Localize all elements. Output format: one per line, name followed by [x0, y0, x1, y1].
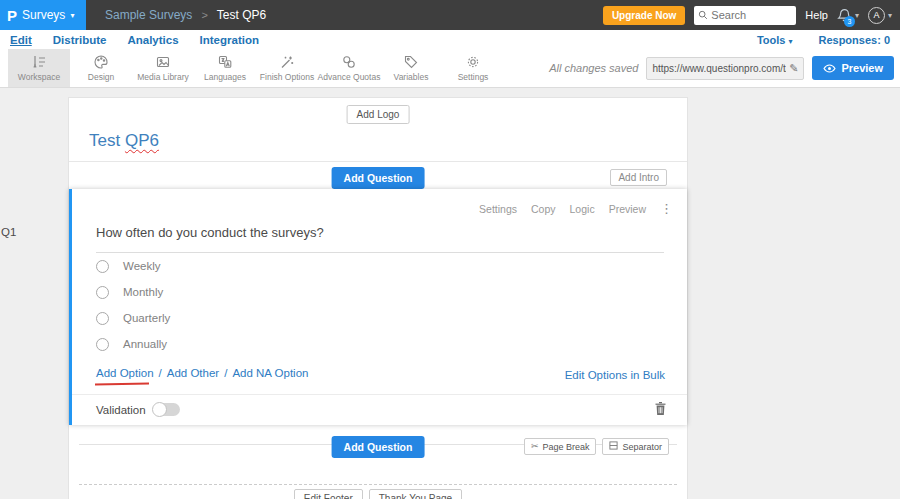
- preview-button[interactable]: Preview: [812, 56, 894, 80]
- validation-label: Validation: [96, 404, 146, 416]
- option-row: Monthly: [96, 279, 170, 305]
- workspace-toolbar: Workspace Design Media Library Languages…: [0, 49, 900, 88]
- caret-down-icon: ▾: [855, 11, 859, 20]
- edit-footer-button[interactable]: Edit Footer: [294, 489, 363, 499]
- question-settings-link[interactable]: Settings: [479, 203, 517, 215]
- question-block: Settings Copy Logic Preview ⋮ How often …: [69, 189, 687, 425]
- add-option-link[interactable]: Add Option: [96, 367, 154, 379]
- chain-links-icon: [341, 54, 357, 70]
- survey-nav: Edit Distribute Analytics Integration To…: [0, 30, 900, 49]
- breadcrumb-separator: >: [201, 9, 207, 21]
- gear-icon: [465, 54, 481, 70]
- link-separator: /: [159, 367, 162, 379]
- help-link[interactable]: Help: [805, 9, 828, 21]
- surveys-product-menu[interactable]: P Surveys ▾: [0, 0, 86, 30]
- image-icon: [155, 54, 171, 70]
- question-preview-link[interactable]: Preview: [609, 203, 646, 215]
- question-footer-divider: [72, 394, 687, 395]
- search-input[interactable]: [711, 9, 792, 21]
- add-question-button-bottom[interactable]: Add Question: [332, 436, 425, 458]
- toolbar-tab-variables[interactable]: Variables: [380, 49, 442, 87]
- header-divider: [69, 161, 687, 162]
- validation-toggle[interactable]: [153, 403, 180, 416]
- radio-button[interactable]: [96, 260, 109, 273]
- add-logo-button[interactable]: Add Logo: [347, 105, 410, 124]
- translate-icon: [217, 54, 233, 70]
- edit-url-icon[interactable]: ✎: [789, 62, 798, 75]
- nav-right: Tools ▾ Responses: 0: [757, 34, 890, 46]
- notification-badge: 3: [844, 16, 855, 27]
- break-separator-buttons: ✂ Page Break Separator: [524, 438, 669, 455]
- toolbar-tab-languages[interactable]: Languages: [194, 49, 256, 87]
- spellcheck-word: QP6: [125, 131, 159, 150]
- breadcrumb-sample-surveys[interactable]: Sample Surveys: [105, 8, 192, 22]
- separator-button[interactable]: Separator: [602, 438, 669, 455]
- responses-count[interactable]: Responses: 0: [818, 34, 890, 46]
- kebab-menu-icon[interactable]: ⋮: [660, 202, 673, 215]
- survey-footer-row: Edit Footer Thank You Page: [69, 489, 687, 499]
- notifications-menu[interactable]: 3 ▾: [837, 8, 859, 23]
- answer-options: Weekly Monthly Quarterly Annually: [96, 253, 170, 357]
- upgrade-now-button[interactable]: Upgrade Now: [603, 6, 685, 25]
- questionpro-logo: P: [7, 8, 17, 23]
- question-copy-link[interactable]: Copy: [531, 203, 556, 215]
- search-icon: [698, 10, 708, 20]
- validation-row: Validation: [96, 403, 180, 416]
- add-option-links: Add Option / Add Other / Add NA Option: [96, 367, 308, 379]
- radio-button[interactable]: [96, 286, 109, 299]
- caret-down-icon: ▾: [788, 37, 792, 46]
- link-separator: /: [224, 367, 227, 379]
- add-other-link[interactable]: Add Other: [167, 367, 219, 379]
- survey-title[interactable]: Test QP6: [89, 131, 159, 151]
- survey-url-input[interactable]: [652, 63, 786, 74]
- thank-you-page-button[interactable]: Thank You Page: [369, 489, 462, 499]
- add-intro-button[interactable]: Add Intro: [610, 169, 667, 186]
- option-row: Quarterly: [96, 305, 170, 331]
- option-row: Weekly: [96, 253, 170, 279]
- option-label[interactable]: Quarterly: [123, 312, 170, 324]
- radio-button[interactable]: [96, 312, 109, 325]
- eye-icon: [823, 64, 836, 73]
- tab-analytics[interactable]: Analytics: [127, 34, 178, 46]
- toolbar-tab-media-library[interactable]: Media Library: [132, 49, 194, 87]
- question-text[interactable]: How often do you conduct the surveys?: [96, 225, 664, 253]
- page-break-button[interactable]: ✂ Page Break: [524, 438, 597, 455]
- breadcrumb: Sample Surveys > Test QP6: [105, 8, 266, 22]
- option-row: Annually: [96, 331, 170, 357]
- tab-edit[interactable]: Edit: [10, 34, 32, 46]
- footer-dashed-divider: [79, 484, 677, 485]
- option-label[interactable]: Annually: [123, 338, 167, 350]
- workspace-icon: [31, 54, 47, 70]
- question-number-label: Q1: [1, 226, 16, 238]
- tab-integration[interactable]: Integration: [200, 34, 259, 46]
- toolbar-tab-advance-quotas[interactable]: Advance Quotas: [318, 49, 380, 87]
- magic-wand-icon: [279, 54, 295, 70]
- tab-distribute[interactable]: Distribute: [53, 34, 107, 46]
- toolbar-tab-finish-options[interactable]: Finish Options: [256, 49, 318, 87]
- delete-question-button[interactable]: [654, 401, 667, 420]
- annotation-underline: [95, 383, 149, 386]
- add-question-button-top[interactable]: Add Question: [332, 167, 425, 189]
- breadcrumb-current-survey: Test QP6: [217, 8, 266, 22]
- survey-url-box[interactable]: ✎: [646, 57, 804, 80]
- question-actions: Settings Copy Logic Preview ⋮: [479, 202, 673, 215]
- product-label: Surveys: [22, 8, 65, 22]
- account-menu[interactable]: A ▾: [868, 7, 892, 24]
- toolbar-tab-settings[interactable]: Settings: [442, 49, 504, 87]
- toolbar-tab-workspace[interactable]: Workspace: [8, 49, 70, 87]
- radio-button[interactable]: [96, 338, 109, 351]
- option-label[interactable]: Weekly: [123, 260, 161, 272]
- option-label[interactable]: Monthly: [123, 286, 163, 298]
- scissors-icon: ✂: [531, 442, 539, 451]
- toolbar-tab-design[interactable]: Design: [70, 49, 132, 87]
- question-logic-link[interactable]: Logic: [570, 203, 595, 215]
- edit-options-in-bulk-link[interactable]: Edit Options in Bulk: [565, 369, 665, 381]
- search-box[interactable]: [694, 6, 796, 25]
- add-na-option-link[interactable]: Add NA Option: [232, 367, 308, 379]
- topbar-right: Upgrade Now Help 3 ▾ A ▾: [603, 6, 900, 25]
- survey-canvas: Q1 Add Logo Test QP6 Add Question Add In…: [0, 88, 900, 499]
- tools-menu[interactable]: Tools ▾: [757, 34, 793, 46]
- avatar: A: [868, 7, 885, 24]
- toggle-knob: [152, 402, 167, 417]
- toolbar-right: All changes saved ✎ Preview: [549, 49, 894, 87]
